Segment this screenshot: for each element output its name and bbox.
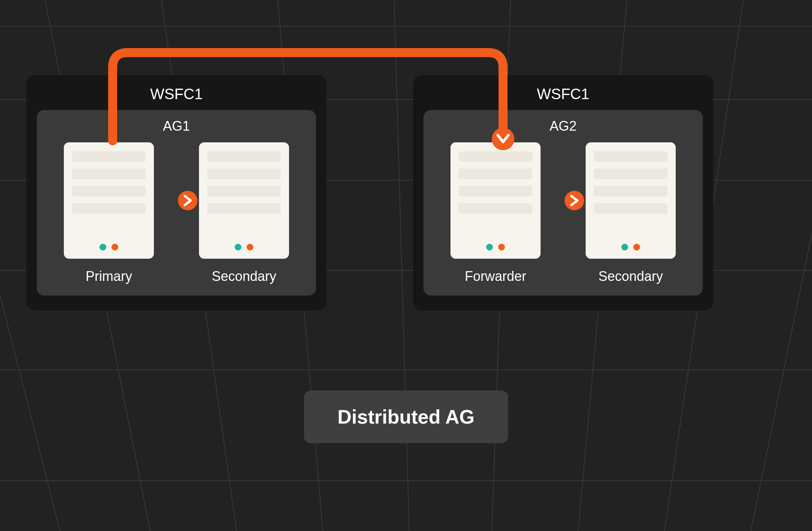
replica-label: Forwarder — [465, 269, 526, 284]
svg-point-18 — [565, 191, 584, 210]
status-dot-orange — [498, 244, 505, 250]
replica-forwarder: Forwarder — [450, 142, 541, 284]
availability-group-box: AG1 Primary — [37, 110, 316, 296]
status-dot-teal — [621, 244, 628, 250]
cluster-wsfc1-right: WSFC1 AG2 Forwarder — [413, 75, 713, 311]
replica-label: Secondary — [598, 269, 663, 284]
status-dot-teal — [235, 244, 241, 250]
server-icon — [199, 142, 289, 259]
replica-label: Primary — [86, 269, 132, 284]
server-icon — [450, 142, 541, 259]
ag-title: AG2 — [434, 118, 692, 134]
server-icon — [64, 142, 154, 259]
replica-row: Forwarder — [434, 142, 692, 284]
replication-arrow-icon — [154, 142, 199, 259]
replica-secondary: Secondary — [586, 142, 676, 284]
status-dot-orange — [633, 244, 640, 250]
cluster-title: WSFC1 — [37, 86, 316, 103]
replica-primary: Primary — [64, 142, 154, 284]
status-dot-teal — [486, 244, 493, 250]
availability-group-box: AG2 Forwarder — [423, 110, 703, 296]
replica-row: Primary — [47, 142, 306, 284]
cluster-title: WSFC1 — [423, 86, 703, 103]
svg-line-4 — [394, 0, 409, 531]
server-icon — [586, 142, 676, 259]
diagram-caption: Distributed AG — [304, 391, 508, 443]
ag-title: AG1 — [47, 118, 306, 134]
cluster-wsfc1-left: WSFC1 AG1 Primary — [26, 75, 327, 311]
svg-point-16 — [178, 191, 197, 210]
status-dot-teal — [99, 244, 106, 250]
svg-line-8 — [751, 0, 812, 531]
replication-arrow-icon — [541, 142, 586, 259]
status-dot-orange — [111, 244, 118, 250]
replica-secondary: Secondary — [199, 142, 289, 284]
replica-label: Secondary — [212, 269, 276, 284]
status-dot-orange — [247, 244, 253, 250]
